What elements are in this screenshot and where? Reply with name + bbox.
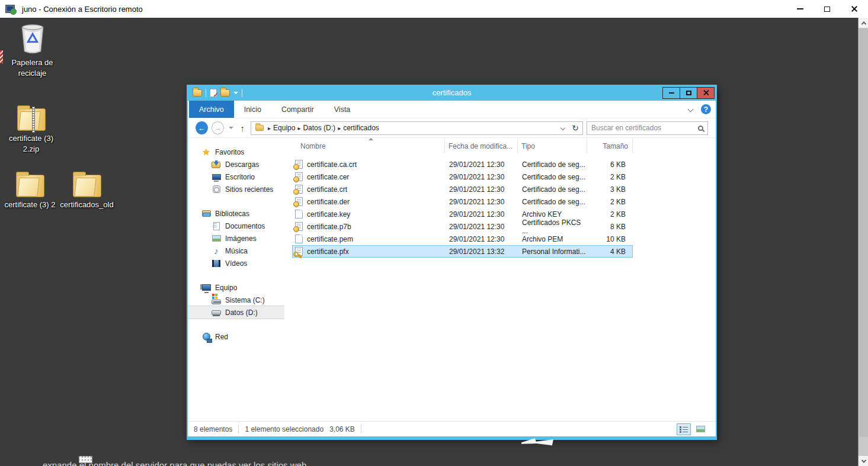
sidebar-item-label: Bibliotecas <box>215 210 249 218</box>
maximize-icon <box>686 91 691 95</box>
videos-icon <box>212 259 221 268</box>
breadcrumb-equipo[interactable]: Equipo <box>273 124 295 132</box>
folder-icon <box>16 175 44 197</box>
computer-icon <box>201 283 211 293</box>
history-dropdown-icon[interactable] <box>229 127 233 129</box>
explorer-maximize-button[interactable] <box>680 87 697 99</box>
breadcrumb-datos-d[interactable]: Datos (D:) <box>303 124 335 132</box>
sidebar-item-escritorio[interactable]: Escritorio <box>188 171 284 183</box>
file-row[interactable]: certificate.cer 29/01/2021 12:30 Certifi… <box>292 171 633 183</box>
scroll-down-button[interactable] <box>859 456 868 466</box>
file-row[interactable]: certificate.ca.crt 29/01/2021 12:30 Cert… <box>292 158 633 171</box>
explorer-minimize-button[interactable] <box>662 87 680 99</box>
rdp-minimize-button[interactable] <box>786 0 813 18</box>
desktop-icon-zip[interactable]: certificate (3) 2.zip <box>0 97 62 154</box>
sidebar-item-datos-d[interactable]: Datos (D:) <box>188 306 284 319</box>
sidebar-item-sitios-recientes[interactable]: Sitios recientes <box>188 183 284 195</box>
sidebar-item-label: Música <box>225 247 248 255</box>
tab-inicio[interactable]: Inicio <box>234 101 271 118</box>
certificate-file-icon <box>295 222 303 231</box>
tab-archivo[interactable]: Archivo <box>189 101 234 118</box>
breadcrumb-separator-icon <box>338 124 341 132</box>
desktop-icon-folder-certificados-old[interactable]: certificados_old <box>56 163 118 210</box>
file-row[interactable]: certificate.pem 29/01/2021 12:30 Archivo… <box>292 233 633 245</box>
scrollbar-thumb[interactable] <box>859 28 868 437</box>
items-count: 8 elementos <box>194 425 232 433</box>
sidebar-item-musica[interactable]: Música <box>188 245 284 257</box>
file-icon <box>295 210 303 218</box>
certificate-file-icon <box>295 172 303 181</box>
sidebar-item-label: Documentos <box>225 222 265 230</box>
refresh-icon[interactable]: ↻ <box>572 124 579 132</box>
quick-access-toolbar <box>188 89 242 97</box>
explorer-close-button[interactable] <box>697 87 715 99</box>
desktop-icon-label: Papelera de reciclaje <box>1 57 63 78</box>
sidebar-item-imagenes[interactable]: Imágenes <box>188 232 284 245</box>
tab-compartir[interactable]: Compartir <box>271 101 324 118</box>
file-row[interactable]: certificate.crt 29/01/2021 12:30 Certifi… <box>292 183 633 195</box>
column-header-tamano[interactable]: Tamaño <box>587 139 633 153</box>
forward-button[interactable]: → <box>212 121 224 134</box>
details-view-button[interactable] <box>677 423 691 435</box>
back-button[interactable]: ← <box>196 121 208 134</box>
sidebar-item-label: Favoritos <box>215 148 244 156</box>
window-bottom-border <box>188 436 716 440</box>
properties-icon[interactable] <box>210 89 217 97</box>
window-title: certificados <box>188 88 716 97</box>
downloads-icon <box>212 160 221 169</box>
certificate-file-icon <box>295 160 303 169</box>
music-icon <box>212 246 221 256</box>
selection-size: 3,06 KB <box>329 425 355 433</box>
search-input[interactable] <box>591 124 698 132</box>
sidebar-item-red[interactable]: Red <box>188 330 284 343</box>
search-icon[interactable] <box>698 126 703 131</box>
tab-vista[interactable]: Vista <box>324 101 361 118</box>
breadcrumb-certificados[interactable]: certificados <box>343 124 379 132</box>
sidebar-item-documentos[interactable]: Documentos <box>188 220 284 232</box>
zip-folder-icon <box>17 108 46 131</box>
sidebar-item-favoritos[interactable]: Favoritos <box>188 146 284 158</box>
rdp-vertical-scrollbar[interactable] <box>858 18 868 466</box>
list-header: Nombre Fecha de modifica... Tipo Tamaño <box>284 139 716 153</box>
desktop-icon-folder-certificate[interactable]: certificate (3) 2 <box>0 163 61 210</box>
column-header-nombre[interactable]: Nombre <box>284 139 445 153</box>
chevron-down-icon[interactable] <box>233 92 238 94</box>
address-dropdown-icon[interactable] <box>560 126 565 130</box>
rdp-titlebar: juno - Conexión a Escritorio remoto <box>0 0 868 18</box>
address-bar-row: ← → ↑ Equipo Datos (D:) certificados ↻ <box>188 118 716 138</box>
ribbon-collapse-icon[interactable] <box>688 107 694 113</box>
folder-icon <box>255 125 264 131</box>
sidebar-item-videos[interactable]: Vídeos <box>188 257 284 269</box>
explorer-titlebar: certificados <box>188 85 716 101</box>
recent-places-icon <box>212 185 221 194</box>
chevron-up-icon <box>861 21 866 26</box>
file-row[interactable]: certificate.p7b 29/01/2021 12:30 Certifi… <box>292 220 633 233</box>
up-button[interactable]: ↑ <box>241 123 245 133</box>
drive-icon <box>212 308 221 317</box>
sort-ascending-icon <box>369 138 373 140</box>
sidebar-item-sistema-c[interactable]: Sistema (C:) <box>188 294 284 306</box>
pfx-certificate-file-icon <box>295 247 303 256</box>
new-folder-icon[interactable] <box>220 89 230 97</box>
rdp-close-button[interactable] <box>841 0 868 18</box>
thumbnails-view-button[interactable] <box>693 423 707 435</box>
chevron-down-icon <box>861 458 866 462</box>
column-header-fecha[interactable]: Fecha de modifica... <box>445 139 518 153</box>
address-bar[interactable]: Equipo Datos (D:) certificados ↻ <box>251 121 583 135</box>
help-icon[interactable] <box>701 104 711 114</box>
recycle-bin-icon <box>19 22 46 55</box>
file-row-selected[interactable]: certificate.pfx 29/01/2021 13:32 Persona… <box>292 245 633 258</box>
sidebar-item-bibliotecas[interactable]: Bibliotecas <box>188 207 284 220</box>
sidebar-item-label: Datos (D:) <box>225 308 258 317</box>
scroll-up-button[interactable] <box>859 18 868 28</box>
file-row[interactable]: certificate.der 29/01/2021 12:30 Certifi… <box>292 195 633 208</box>
breadcrumb-separator-icon <box>268 124 271 132</box>
file-icon <box>295 234 303 243</box>
folder-icon[interactable] <box>193 89 202 97</box>
toolbar-separator <box>242 89 242 97</box>
desktop-icon-recycle-bin[interactable]: Papelera de reciclaje <box>1 21 63 78</box>
column-header-tipo[interactable]: Tipo <box>518 139 587 153</box>
sidebar-item-equipo[interactable]: Equipo <box>188 281 284 294</box>
rdp-maximize-button[interactable] <box>813 0 841 18</box>
sidebar-item-descargas[interactable]: Descargas <box>188 158 284 171</box>
